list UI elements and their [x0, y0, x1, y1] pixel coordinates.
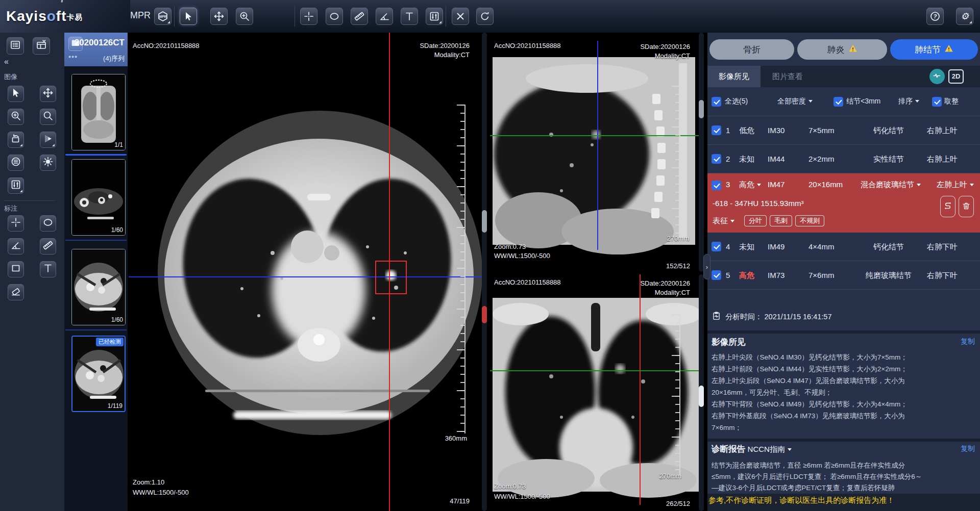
warning-icon [848, 44, 857, 56]
nodule-checkbox[interactable] [712, 125, 721, 135]
feature-tag[interactable]: 不规则 [795, 215, 824, 226]
axial-viewport[interactable]: AccNO:202101158888 SDate:20200126 Modali… [129, 33, 487, 511]
thumbnail-series-4-detected[interactable]: 已经检测 1/119 [71, 336, 126, 412]
ruler-tool-button[interactable] [351, 8, 368, 25]
nodule-risk-dropdown[interactable]: 高危 [739, 180, 761, 190]
sb-pan-tool[interactable] [40, 86, 56, 102]
axial-scrollbar-track[interactable] [482, 33, 487, 511]
flip-play-icon [42, 133, 54, 146]
sort-dropdown[interactable]: 排序 [898, 97, 919, 106]
delete-annotation-button[interactable] [452, 8, 469, 25]
window-level: WW/WL:1500/-500 [494, 493, 550, 500]
small-nodule-label[interactable]: 结节<3mm [846, 97, 880, 106]
sb-ruler-annot[interactable] [40, 238, 56, 254]
nodule-checkbox[interactable] [712, 270, 721, 280]
axial-scrollbar-handle[interactable] [482, 210, 487, 233]
settings-button[interactable]: ⚙ [956, 8, 973, 25]
disease-tab-lung-nodule[interactable]: 肺结节 [890, 39, 978, 60]
crosshair-horizontal-blue[interactable] [129, 276, 482, 277]
text-tool-button[interactable] [401, 8, 418, 25]
sb-angle-annot[interactable] [8, 238, 24, 254]
pulse-chat-icon [932, 70, 942, 83]
sb-ellipse-annot[interactable] [40, 215, 56, 232]
close-layout-button[interactable] [33, 37, 50, 55]
crosshair-horizontal-green[interactable] [490, 135, 702, 136]
features-dropdown[interactable]: 表征 [713, 216, 734, 226]
collapse-ai-panel-button[interactable]: › [703, 254, 710, 279]
series-list-button[interactable] [7, 37, 24, 55]
nodule-checkbox[interactable] [712, 154, 721, 164]
modality: Modality:CT [655, 289, 690, 296]
series-thumbnail-panel: 20200126CT *** (4)序列 1/1 [64, 33, 128, 511]
select-all-checkbox[interactable] [712, 97, 721, 107]
copy-findings-link[interactable]: 复制 [961, 337, 975, 346]
pointer-tool-button[interactable] [180, 8, 197, 25]
sagittal-scrollbar-handle[interactable] [699, 100, 704, 118]
sb-levels-tool[interactable] [8, 177, 24, 194]
ellipse-tool-button[interactable] [326, 8, 343, 25]
disease-tab-fracture[interactable]: 骨折 [709, 39, 794, 60]
nodule-row-4[interactable]: 4 未知 IM49 4×4mm 钙化结节 右肺下叶 [707, 233, 980, 261]
nodule-location: 右肺下叶 [927, 233, 958, 261]
sb-text-annot[interactable] [40, 261, 56, 277]
sb-rotate-tool[interactable] [8, 132, 24, 148]
round-checkbox[interactable] [932, 97, 942, 107]
mpr-layout-button[interactable]: MPR [154, 8, 172, 25]
nodule-row-5[interactable]: 5 高危 IM73 7×6mm 纯磨玻璃结节 右肺下叶 [707, 261, 980, 290]
sb-crosshair-annot[interactable] [8, 215, 24, 232]
sb-magnify-tool[interactable] [40, 109, 56, 125]
axial-reference-handle[interactable] [482, 306, 487, 323]
nodule-row-2[interactable]: 2 未知 IM44 2×2mm 实性结节 右肺上叶 [707, 145, 980, 173]
tab-findings[interactable]: 影像所见 [707, 66, 761, 87]
sb-preset-window-tool[interactable] [8, 155, 24, 171]
thumbnail-series-2[interactable]: 1/60 [71, 159, 126, 236]
small-nodule-checkbox[interactable] [834, 97, 843, 107]
sb-pointer-tool[interactable] [8, 86, 24, 102]
density-filter-dropdown[interactable]: 全部密度 [777, 97, 813, 106]
reset-rotate-button[interactable] [476, 8, 494, 25]
thumbnail-series-3[interactable]: 1/60 [71, 249, 126, 325]
nodule-location-dropdown[interactable]: 左肺上叶 [937, 180, 974, 190]
findings-line: 20×16mm，可见分叶、毛刺、不规则； [712, 388, 977, 397]
sb-zoom-in-tool[interactable] [8, 109, 24, 125]
nodule-type-dropdown[interactable]: 混合磨玻璃结节 [861, 180, 921, 190]
crosshair-vertical-red[interactable] [640, 274, 641, 505]
feature-tag[interactable]: 毛刺 [770, 215, 792, 226]
study-header[interactable]: 20200126CT *** (4)序列 [64, 33, 128, 66]
mpr-hexagon-icon: MPR [157, 11, 168, 22]
thumbnail-scout[interactable]: 1/1 [71, 74, 126, 150]
zoom-tool-button[interactable] [236, 8, 253, 25]
copy-report-link[interactable]: 复制 [961, 444, 975, 453]
sb-eraser-annot[interactable] [8, 284, 24, 300]
pan-tool-button[interactable] [210, 8, 228, 25]
tab-image-view[interactable]: 图片查看 [765, 66, 811, 87]
nodule-roi-box[interactable] [375, 261, 407, 294]
sagittal-viewport[interactable]: AccNO:202101158888 SDate:20200126 Modali… [490, 33, 704, 272]
feature-tag[interactable]: 分叶 [744, 215, 767, 226]
nodule-checkbox[interactable] [712, 242, 721, 251]
guideline-dropdown[interactable]: NCCN指南 [748, 445, 792, 453]
disease-tab-pneumonia[interactable]: 肺炎 [797, 39, 887, 60]
window-level-button[interactable] [426, 8, 443, 25]
crosshair-tool-button[interactable] [300, 8, 317, 25]
select-all-label[interactable]: 全选(5) [725, 97, 748, 106]
round-label[interactable]: 取整 [944, 97, 959, 106]
coronal-viewport[interactable]: AccNO:202101158888 SDate:20200126 Modali… [490, 274, 704, 511]
follow-curve-button[interactable] [940, 196, 955, 217]
report-chat-button[interactable] [929, 69, 945, 84]
nodule-row-3-selected[interactable]: 3 高危 IM47 20×16mm 混合磨玻璃结节 左肺上叶 -618 - 34… [707, 173, 980, 233]
help-button[interactable]: ? [926, 8, 944, 25]
delete-nodule-button[interactable] [959, 196, 974, 217]
2d-view-button[interactable]: 2D [948, 69, 964, 84]
analysis-time: 分析时间： 2021/11/15 16:41:57 [725, 312, 832, 322]
sb-rect-annot[interactable] [8, 261, 24, 277]
collapse-sidebar-button[interactable]: « [4, 57, 9, 66]
angle-tool-button[interactable] [376, 8, 393, 25]
coronal-scrollbar-handle[interactable] [699, 386, 704, 407]
sagittal-scrollbar-track[interactable] [699, 33, 704, 272]
crosshair-vertical-blue[interactable] [597, 41, 598, 250]
sb-brightness-tool[interactable] [40, 155, 56, 171]
sb-flip-tool[interactable] [40, 132, 56, 148]
nodule-row-1[interactable]: 1 低危 IM30 7×5mm 钙化结节 右肺上叶 [707, 116, 980, 145]
nodule-checkbox[interactable] [712, 181, 721, 190]
